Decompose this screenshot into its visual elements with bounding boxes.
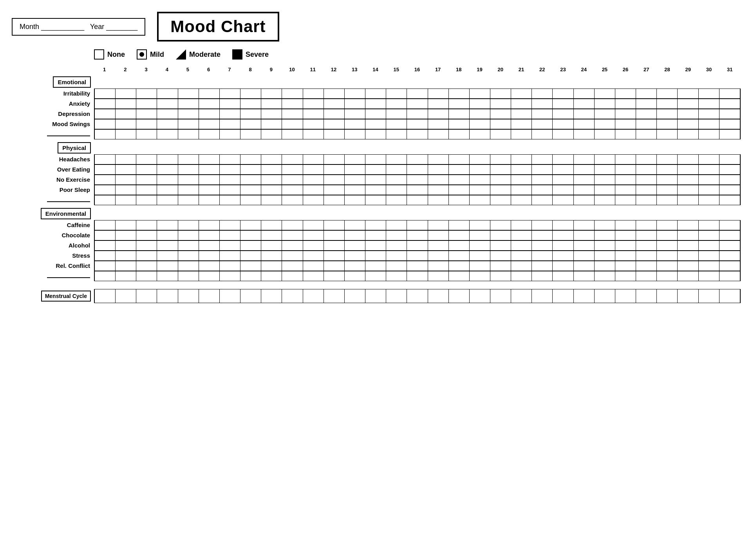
cell-day-31[interactable] xyxy=(719,89,741,99)
cell-day-7[interactable] xyxy=(219,220,240,230)
cell-day-8[interactable] xyxy=(240,271,261,281)
cell-day-23[interactable] xyxy=(552,195,573,205)
cell-day-7[interactable] xyxy=(219,109,240,119)
cell-day-24[interactable] xyxy=(573,195,595,205)
cell-day-19[interactable] xyxy=(469,119,490,129)
cell-day-17[interactable] xyxy=(428,185,449,195)
cell-day-23[interactable] xyxy=(552,261,573,271)
cell-day-12[interactable] xyxy=(324,89,345,99)
cell-day-12[interactable] xyxy=(324,271,345,281)
cell-day-29[interactable] xyxy=(677,154,698,164)
cell-day-16[interactable] xyxy=(407,195,428,205)
cell-day-21[interactable] xyxy=(511,154,532,164)
cell-day-29[interactable] xyxy=(677,261,698,271)
cell-day-4[interactable] xyxy=(157,99,178,109)
cell-day-2[interactable] xyxy=(115,230,136,240)
cell-day-22[interactable] xyxy=(531,271,553,281)
cell-day-8[interactable] xyxy=(240,89,261,99)
cell-day-11[interactable] xyxy=(303,195,324,205)
cell-day-20[interactable] xyxy=(490,99,511,109)
cell-day-23[interactable] xyxy=(552,240,573,251)
cell-day-24[interactable] xyxy=(573,109,595,119)
cell-day-2[interactable] xyxy=(115,129,136,139)
cell-day-12[interactable] xyxy=(324,154,345,164)
cell-day-18[interactable] xyxy=(448,220,470,230)
cell-day-25[interactable] xyxy=(594,261,615,271)
cell-day-26[interactable] xyxy=(615,109,636,119)
cell-day-30[interactable] xyxy=(698,119,719,129)
menstrual-cell-day-4[interactable] xyxy=(157,289,178,303)
cell-day-8[interactable] xyxy=(240,129,261,139)
cell-day-18[interactable] xyxy=(448,195,470,205)
cell-day-27[interactable] xyxy=(636,175,657,185)
cell-day-26[interactable] xyxy=(615,154,636,164)
cell-day-2[interactable] xyxy=(115,89,136,99)
cell-day-12[interactable] xyxy=(324,99,345,109)
cell-day-28[interactable] xyxy=(656,251,678,261)
cell-day-24[interactable] xyxy=(573,89,595,99)
cell-day-17[interactable] xyxy=(428,129,449,139)
cell-day-31[interactable] xyxy=(719,99,741,109)
cell-day-27[interactable] xyxy=(636,99,657,109)
cell-day-10[interactable] xyxy=(282,230,303,240)
menstrual-cell-day-19[interactable] xyxy=(469,289,490,303)
cell-day-20[interactable] xyxy=(490,119,511,129)
cell-day-22[interactable] xyxy=(531,220,553,230)
cell-day-13[interactable] xyxy=(344,164,365,175)
cell-day-5[interactable] xyxy=(178,251,199,261)
cell-day-3[interactable] xyxy=(136,185,157,195)
cell-day-17[interactable] xyxy=(428,240,449,251)
cell-day-26[interactable] xyxy=(615,129,636,139)
cell-day-20[interactable] xyxy=(490,89,511,99)
cell-day-20[interactable] xyxy=(490,175,511,185)
menstrual-cell-day-14[interactable] xyxy=(365,289,386,303)
cell-day-22[interactable] xyxy=(531,240,553,251)
cell-day-13[interactable] xyxy=(344,175,365,185)
cell-day-16[interactable] xyxy=(407,119,428,129)
cell-day-18[interactable] xyxy=(448,230,470,240)
menstrual-cell-day-28[interactable] xyxy=(656,289,678,303)
cell-day-16[interactable] xyxy=(407,230,428,240)
cell-day-29[interactable] xyxy=(677,230,698,240)
cell-day-26[interactable] xyxy=(615,89,636,99)
cell-day-15[interactable] xyxy=(386,240,407,251)
cell-day-22[interactable] xyxy=(531,185,553,195)
cell-day-27[interactable] xyxy=(636,164,657,175)
cell-day-11[interactable] xyxy=(303,220,324,230)
cell-day-8[interactable] xyxy=(240,261,261,271)
cell-day-8[interactable] xyxy=(240,230,261,240)
cell-day-6[interactable] xyxy=(199,220,220,230)
cell-day-24[interactable] xyxy=(573,185,595,195)
cell-day-13[interactable] xyxy=(344,240,365,251)
cell-day-14[interactable] xyxy=(365,230,386,240)
cell-day-7[interactable] xyxy=(219,185,240,195)
cell-day-19[interactable] xyxy=(469,185,490,195)
cell-day-3[interactable] xyxy=(136,119,157,129)
cell-day-15[interactable] xyxy=(386,271,407,281)
cell-day-1[interactable] xyxy=(94,185,116,195)
cell-day-30[interactable] xyxy=(698,271,719,281)
cell-day-26[interactable] xyxy=(615,220,636,230)
cell-day-23[interactable] xyxy=(552,119,573,129)
cell-day-23[interactable] xyxy=(552,164,573,175)
cell-day-24[interactable] xyxy=(573,129,595,139)
cell-day-6[interactable] xyxy=(199,109,220,119)
cell-day-20[interactable] xyxy=(490,154,511,164)
cell-day-23[interactable] xyxy=(552,154,573,164)
cell-day-5[interactable] xyxy=(178,220,199,230)
cell-day-24[interactable] xyxy=(573,240,595,251)
menstrual-cell-day-31[interactable] xyxy=(719,289,741,303)
cell-day-3[interactable] xyxy=(136,154,157,164)
menstrual-cell-day-23[interactable] xyxy=(552,289,573,303)
menstrual-cell-day-1[interactable] xyxy=(94,289,116,303)
cell-day-20[interactable] xyxy=(490,271,511,281)
menstrual-cell-day-22[interactable] xyxy=(531,289,553,303)
cell-day-13[interactable] xyxy=(344,109,365,119)
cell-day-23[interactable] xyxy=(552,251,573,261)
cell-day-6[interactable] xyxy=(199,185,220,195)
cell-day-19[interactable] xyxy=(469,271,490,281)
cell-day-6[interactable] xyxy=(199,164,220,175)
cell-day-8[interactable] xyxy=(240,240,261,251)
cell-day-14[interactable] xyxy=(365,99,386,109)
cell-day-11[interactable] xyxy=(303,185,324,195)
